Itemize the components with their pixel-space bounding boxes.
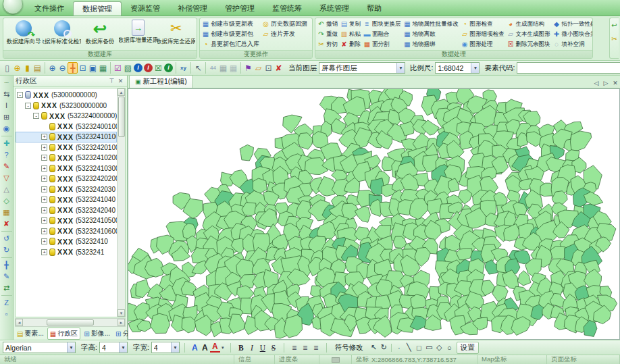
align-right-button[interactable]: ≡ [311, 343, 321, 353]
small-rect-icon[interactable]: ▫ [1, 309, 12, 319]
topology-consistency-button[interactable]: ◆ 拓扑一致性处理 [552, 19, 593, 29]
diamond-tool[interactable]: ◇ [434, 343, 444, 352]
tree-node-town[interactable]: XXX (532324001000 [16, 122, 117, 132]
identify-blue-icon[interactable]: i [133, 62, 143, 74]
scroll-right-icon[interactable]: ► [118, 319, 125, 326]
image-edit-icon[interactable]: ▦ [1, 207, 12, 217]
text-to-graphic-button[interactable]: ▱ 文本生成图形 [507, 29, 551, 39]
chevron-down-icon[interactable]: ▼ [119, 342, 127, 353]
line-tool[interactable]: ╲ [404, 343, 414, 352]
text-color-dropdown-icon[interactable]: ▾ [220, 345, 226, 350]
scroll-down-icon[interactable]: ▼ [118, 309, 125, 317]
menu-tab-system[interactable]: 系统管理 [311, 1, 358, 16]
align-left-button[interactable]: ≡ [289, 343, 300, 353]
menu-tab-compensation[interactable]: 补偿管理 [169, 1, 216, 16]
tree-vertical-scrollbar[interactable]: ▲ ▼ [117, 88, 125, 317]
db-full-restore-button[interactable]: ✂ 数据库完全还原 [157, 19, 195, 49]
query-icon[interactable]: ? [1, 149, 12, 160]
menu-tab-file[interactable]: 文件操作 [26, 1, 73, 16]
clip-region-icon[interactable]: ⊞ [1, 111, 12, 122]
undo-button[interactable]: ↶ 撤销 [317, 19, 338, 29]
merge-tiny-tiles-button[interactable]: ✚ 微小图块合并 [552, 29, 593, 39]
graphic-check-button[interactable]: ◔ 图形检查 [461, 19, 505, 29]
feature-discrete-button[interactable]: ▦ 地物离散 [403, 29, 459, 39]
tin-triangle-icon[interactable]: ▽ [1, 172, 12, 183]
ellipse-tool[interactable]: ○ [444, 344, 455, 352]
tree-expander-icon[interactable]: + [41, 228, 47, 234]
fill-holes-button[interactable]: ◌ 填补空洞 [552, 39, 593, 49]
tree-expander-icon[interactable]: + [41, 249, 47, 255]
generate-polygon-structure-button[interactable]: ◕ 生成面结构 [507, 19, 551, 29]
tree-expander-icon[interactable]: + [41, 145, 47, 151]
delete-redundant-tiles-button[interactable]: ☒ 删除冗余图块 [507, 39, 551, 49]
map-canvas[interactable] [128, 88, 620, 340]
select-cursor-icon[interactable]: ↖ [190, 62, 203, 74]
bold-button[interactable]: B [236, 344, 247, 352]
parcel-map[interactable] [128, 89, 619, 339]
tree-node-town[interactable]: + XXX (532324101000 [16, 132, 117, 142]
tree-node-town[interactable]: + XXX (532324202000 [16, 174, 117, 184]
scale-select[interactable]: 1:68042▼ [435, 62, 480, 74]
tree-node-county[interactable]: - XXX (532324000000) [16, 111, 117, 122]
panel-tab-admin-region[interactable]: ▦ 行政区 [47, 328, 80, 340]
db-standard-check-button[interactable]: 数据库标准化检查 [43, 19, 80, 49]
feature-bundle-button[interactable]: ▦ 地物捆绑 [403, 39, 459, 49]
pin-icon[interactable]: ⊤ [107, 78, 116, 84]
menu-tab-help[interactable]: 帮助 [358, 1, 390, 16]
menu-tab-resource[interactable]: 资源监管 [122, 1, 169, 16]
point-tool[interactable]: · [391, 344, 404, 352]
text-color-blue-button[interactable]: A [190, 343, 200, 353]
delete-feature-icon[interactable]: ✘ [274, 62, 284, 74]
char-width-select[interactable]: 4▼ [151, 342, 180, 353]
symbol-edit-button[interactable]: 符号修改 [332, 342, 367, 353]
zoom-window-icon[interactable]: ▣ [88, 62, 98, 74]
redo-icon[interactable]: ↻ [1, 244, 12, 255]
tree-expander-icon[interactable]: + [41, 165, 47, 172]
tree-node-town[interactable]: + XXX (532324103000 [16, 163, 117, 174]
current-layer-select[interactable]: 屏幕作图层▼ [319, 62, 405, 74]
tree-expander-icon[interactable]: + [41, 238, 47, 244]
tree-node-town[interactable]: + XXX (5323241040 [16, 194, 117, 205]
font-family-select[interactable]: Algerian▼ [3, 342, 76, 353]
panel-grip[interactable]: ┄ [1, 77, 12, 88]
panel-tab-imagery[interactable]: ⊞ 影像... [82, 328, 112, 339]
flag-icon[interactable]: ⚑ [240, 62, 253, 74]
cut-button[interactable]: ✂ 剪切 [317, 39, 338, 49]
clear-selection-icon[interactable]: ☒ [153, 62, 163, 74]
marquee-select-icon[interactable]: ⊡ [263, 62, 274, 74]
tree-expander-icon[interactable]: + [41, 155, 47, 161]
clipped-group-icon-2[interactable]: ✂ [611, 35, 617, 43]
xy-locate-icon[interactable]: xy [176, 62, 188, 74]
rotate-tool[interactable]: ↻ [379, 343, 389, 352]
identify-green-icon[interactable]: i [163, 62, 174, 74]
tree-expander-icon[interactable]: - [25, 103, 31, 109]
tree-horizontal-scrollbar[interactable]: ◄ ► [15, 318, 126, 327]
tree-node-town[interactable]: + XXX (532324105000 [16, 215, 117, 226]
copy-button[interactable]: ▤ 复制 [340, 19, 361, 29]
text-color-red-button[interactable]: A [210, 342, 220, 353]
scroll-left-icon[interactable]: ◄ [16, 319, 23, 326]
scroll-thumb[interactable] [47, 319, 94, 326]
tab-scroll-left-icon[interactable]: ◁ [592, 80, 601, 86]
tree-expander-icon[interactable]: + [41, 217, 47, 224]
text-color-black-button[interactable]: A [200, 343, 210, 353]
db-incremental-restore-button[interactable]: → 数据库增量还原 [119, 19, 157, 49]
pick-tool[interactable]: ↖ [369, 343, 379, 352]
project-manager-icon[interactable]: ▤ [32, 62, 43, 74]
tree-node-town[interactable]: + XXX (5323241 [16, 247, 117, 258]
pan-icon[interactable]: ╋ [68, 62, 78, 74]
settings-button[interactable]: 设置 [457, 342, 479, 354]
edit-vertex-icon[interactable]: ✎ [1, 271, 12, 282]
annotation-icon[interactable]: ▧ [123, 62, 133, 74]
county-package-import-button[interactable]: ◔ 县更新包汇总入库 [201, 39, 260, 49]
chevron-down-icon[interactable]: ▼ [471, 63, 479, 73]
swap-icon[interactable]: ⇄ [1, 282, 12, 293]
char-height-select[interactable]: 4▼ [99, 342, 128, 353]
panel-tab-features[interactable]: ▤ 要素... [15, 328, 46, 339]
paste-button[interactable]: ▥ 粘贴 [340, 29, 361, 39]
tree-node-town[interactable]: + XXX (532324201000 [16, 142, 117, 153]
map-document-tab[interactable]: ▣ 新工程1(编辑) [129, 75, 193, 88]
zoom-out-icon[interactable]: ⊖ [57, 62, 68, 74]
save-icon[interactable]: ▮ [22, 62, 32, 74]
tree-expander-icon[interactable]: + [41, 186, 47, 192]
